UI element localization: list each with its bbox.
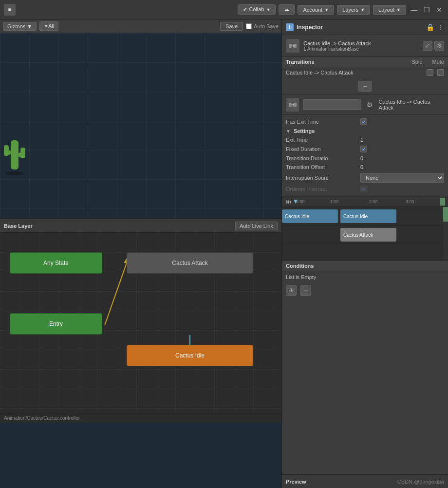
transitions-section: Transitions Solo Mute Cactus Idle -> Cac… (282, 57, 448, 95)
auto-live-button[interactable]: Auto Live Link (235, 222, 278, 230)
transition-svg (288, 41, 298, 51)
scene-grid (0, 33, 281, 218)
transition-duration-row: Transition Duratio 0 (282, 154, 448, 163)
account-button[interactable]: Account ▼ (298, 5, 334, 15)
gizmos-button[interactable]: Gizmos ▼ (3, 22, 37, 31)
svg-rect-0 (11, 140, 19, 169)
all-button[interactable]: ✦All (39, 21, 58, 31)
settings-header[interactable]: ▼ Settings (282, 127, 448, 135)
svg-rect-2 (4, 145, 9, 156)
settings-button[interactable]: ⚙ (434, 41, 444, 51)
svg-rect-10 (289, 44, 292, 48)
conditions-actions: + − (282, 283, 448, 298)
timeline-tracks: Cactus Idle Cactus Idle Cactus Attack (282, 207, 448, 261)
timeline-scrollbar-thumb[interactable] (443, 207, 448, 222)
remove-button[interactable]: − (358, 81, 371, 92)
conditions-header: Conditions (282, 261, 448, 271)
ordered-interrupt-label: Ordered Interrupt (286, 186, 356, 192)
transitions-row[interactable]: Cactus Idle -> Cactus Attack (282, 67, 448, 78)
inspector-header: ℹ Inspector 🔒 ⋮ (282, 19, 448, 35)
mark-3: 3:00 (406, 199, 414, 204)
mute-checkbox[interactable] (437, 69, 444, 76)
remove-condition-button[interactable]: − (300, 285, 311, 296)
settings-triangle: ▼ (286, 129, 291, 134)
conditions-empty: List is Empty (282, 271, 448, 283)
trans-detail-input[interactable] (303, 99, 361, 110)
lock-button[interactable]: 🔒 (426, 23, 434, 31)
timeline-ruler: ⏮ 0:00 1:00 2:00 3:00 (282, 196, 448, 207)
mark-0: 0:00 (296, 199, 305, 204)
trans-detail-name: Cactus Idle -> Cactus Attack (379, 99, 444, 111)
fixed-duration-row: Fixed Duration ✔ (282, 144, 448, 154)
properties-section: Has Exit Time ✔ ▼ Settings Exit Time 1 F… (282, 115, 448, 196)
left-panel: Gizmos ▼ ✦All Save Auto Save (0, 19, 281, 488)
timeline-scrollbar[interactable] (443, 207, 448, 261)
transition-detail: ⚙ Cactus Idle -> Cactus Attack (282, 95, 448, 115)
track-row-3 (282, 244, 448, 261)
svg-rect-4 (20, 148, 25, 158)
trans-row-name: Cactus Idle -> Cactus Attack (286, 70, 423, 75)
layers-caret: ▼ (360, 7, 365, 12)
layers-button[interactable]: Layers ▼ (337, 5, 370, 15)
cactus-svg (0, 131, 29, 179)
layout-caret: ▼ (396, 7, 401, 12)
state-entry[interactable]: Entry (10, 313, 102, 335)
settings-label: Settings (294, 128, 315, 134)
main-container: Gizmos ▼ ✦All Save Auto Save (0, 19, 448, 488)
csdn-watermark: CSDN @dangoxiba (397, 479, 444, 485)
track-content-2[interactable]: Cactus Attack (282, 225, 448, 244)
state-any[interactable]: Any State (10, 252, 102, 274)
mark-2: 2:00 (369, 199, 378, 204)
minimize-button[interactable]: — (409, 5, 419, 15)
interruption-source-row: Interruption Sourc None (282, 171, 448, 184)
close-button[interactable]: ✕ (434, 5, 444, 15)
autosave-checkbox[interactable] (246, 23, 252, 29)
interruption-source-label: Interruption Sourc (286, 175, 356, 181)
layout-button[interactable]: Layout ▼ (373, 5, 406, 15)
svg-point-5 (6, 171, 23, 175)
exit-time-row: Exit Time 1 (282, 135, 448, 144)
ordered-interrupt-row: Ordered Interrupt ✔ (282, 184, 448, 194)
timeline-marks: 0:00 1:00 2:00 3:00 (294, 196, 440, 206)
has-exit-time-label: Has Exit Time (286, 119, 356, 125)
solo-checkbox[interactable] (427, 69, 433, 76)
transition-info: Cactus Idle -> Cactus Attack 1 AnimatorT… (282, 35, 448, 57)
animator-toolbar: Base Layer Auto Live Link (0, 219, 281, 233)
interruption-source-select[interactable]: None (360, 173, 444, 183)
maximize-button[interactable]: ❐ (422, 5, 431, 15)
breadcrumb: Animation/Cactus/Cactus.controller (0, 413, 281, 423)
fixed-duration-checkbox[interactable]: ✔ (360, 146, 367, 152)
add-condition-button[interactable]: + (286, 285, 297, 296)
track-block-idle-2[interactable]: Cactus Idle (340, 209, 396, 223)
save-button[interactable]: Save (220, 22, 243, 31)
exit-time-label: Exit Time (286, 137, 356, 143)
state-cactus-attack[interactable]: Cactus Attack (127, 252, 253, 274)
collab-caret: ▼ (266, 7, 271, 12)
track-block-idle-1[interactable]: Cactus Idle (282, 209, 338, 223)
ordered-interrupt-checkbox[interactable]: ✔ (360, 186, 367, 192)
timeline-section: ⏮ 0:00 1:00 2:00 3:00 Cactus Id (282, 196, 448, 261)
inspector-menu-button[interactable]: ⋮ (437, 23, 444, 31)
track-content-1[interactable]: Cactus Idle Cactus Idle (282, 207, 448, 225)
has-exit-time-checkbox[interactable]: ✔ (360, 118, 367, 125)
animator-graph[interactable]: Any State Cactus Attack Entry Cactus Idl… (0, 233, 281, 423)
inspector-panel: ℹ Inspector 🔒 ⋮ Cactus Idle -> Cactus At… (281, 19, 448, 488)
exit-time-value: 1 (360, 137, 363, 143)
cloud-button[interactable]: ☁ (279, 4, 295, 15)
track-block-attack-1[interactable]: Cactus Attack (340, 228, 396, 242)
preview-bar: Preview CSDN @dangoxiba (282, 474, 448, 488)
conditions-section: Conditions List is Empty + − (282, 261, 448, 298)
autosave-label: Auto Save (246, 23, 279, 29)
trans-detail-icon (286, 98, 299, 112)
state-cactus-idle[interactable]: Cactus Idle (127, 345, 253, 366)
trans-gear-button[interactable]: ⚙ (365, 100, 374, 110)
inspector-title: Inspector (297, 24, 423, 31)
cactus-sprite (0, 131, 29, 169)
expand-button[interactable]: ⤢ (423, 41, 432, 51)
top-bar: ≡ ✔ Collab ▼ ☁ Account ▼ Layers ▼ Layout… (0, 0, 448, 19)
timeline-play-button[interactable]: ⏮ (284, 197, 294, 206)
transition-offset-value: 0 (360, 164, 363, 170)
transitions-table-header: Transitions Solo Mute (282, 57, 448, 67)
collab-button[interactable]: ✔ Collab ▼ (238, 4, 276, 15)
fixed-duration-label: Fixed Duration (286, 146, 356, 152)
